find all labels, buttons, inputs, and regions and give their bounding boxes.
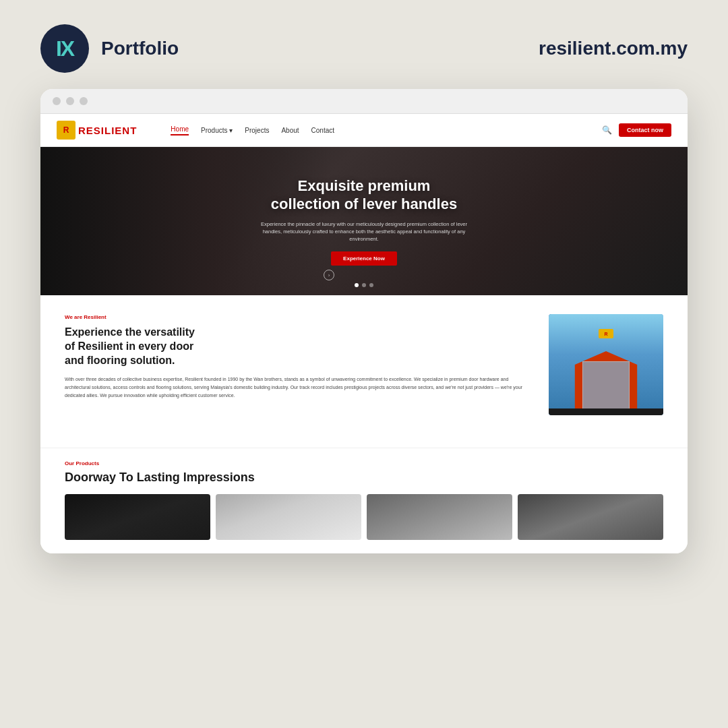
browser-titlebar — [40, 89, 688, 114]
product-card-3[interactable] — [367, 494, 512, 540]
site-logo-text: RESILIENT — [78, 125, 137, 136]
hero-content: Exquisite premiumcollection of lever han… — [216, 177, 512, 266]
browser-mockup: R RESILIENT Home Products ▾ Projects Abo… — [40, 89, 688, 553]
search-icon[interactable]: 🔍 — [602, 125, 612, 135]
ix-logo: IX — [40, 24, 89, 73]
experience-now-button[interactable]: Experience Now — [331, 251, 397, 266]
products-grid — [65, 494, 663, 540]
hero-dot-3[interactable] — [369, 283, 373, 287]
browser-dot-green — [80, 97, 88, 105]
about-tag: We are Resilient — [65, 314, 533, 320]
page-wrapper: IX Portfolio resilient.com.my R RESILIEN… — [0, 0, 728, 553]
nav-home[interactable]: Home — [171, 125, 189, 135]
hero-section: Exquisite premiumcollection of lever han… — [40, 147, 688, 295]
about-title: Experience the versatilityof Resilient i… — [65, 326, 533, 367]
browser-dot-red — [53, 97, 61, 105]
about-body: With over three decades of collective bu… — [65, 375, 533, 400]
product-card-4[interactable] — [518, 494, 663, 540]
site-logo: R RESILIENT — [57, 121, 137, 140]
about-section: We are Resilient Experience the versatil… — [40, 295, 688, 431]
portfolio-label: Portfolio — [101, 38, 179, 59]
nav-about[interactable]: About — [281, 127, 299, 134]
product-card-2[interactable] — [216, 494, 361, 540]
page-header: IX Portfolio resilient.com.my — [0, 0, 728, 89]
nav-right: 🔍 Contact now — [602, 123, 671, 137]
spacer-section — [40, 431, 688, 448]
hero-title: Exquisite premiumcollection of lever han… — [256, 177, 472, 214]
products-section: Our Products Doorway To Lasting Impressi… — [40, 448, 688, 553]
products-tag: Our Products — [65, 460, 663, 466]
contact-now-button[interactable]: Contact now — [619, 123, 671, 137]
products-title: Doorway To Lasting Impressions — [65, 471, 663, 485]
site-logo-icon: R — [57, 121, 75, 140]
nav-contact[interactable]: Contact — [311, 127, 334, 134]
logo-icon: IX — [56, 36, 73, 61]
site-nav: R RESILIENT Home Products ▾ Projects Abo… — [40, 114, 688, 147]
browser-dot-yellow — [66, 97, 74, 105]
about-left: We are Resilient Experience the versatil… — [65, 314, 533, 415]
header-left: IX Portfolio — [40, 24, 179, 73]
product-card-1[interactable] — [65, 494, 210, 540]
nav-products[interactable]: Products ▾ — [201, 127, 233, 134]
hero-carousel-dots: › — [355, 283, 373, 287]
about-right: R — [549, 314, 663, 415]
hero-dot-1[interactable] — [355, 283, 359, 287]
hero-dot-2[interactable] — [362, 283, 366, 287]
domain-label: resilient.com.my — [539, 38, 688, 59]
building-image: R — [549, 314, 663, 415]
hero-prev-arrow[interactable]: › — [324, 270, 334, 280]
nav-links: Home Products ▾ Projects About Contact — [171, 125, 586, 135]
hero-subtitle: Experience the pinnacle of luxury with o… — [256, 220, 472, 243]
nav-projects[interactable]: Projects — [245, 127, 269, 134]
